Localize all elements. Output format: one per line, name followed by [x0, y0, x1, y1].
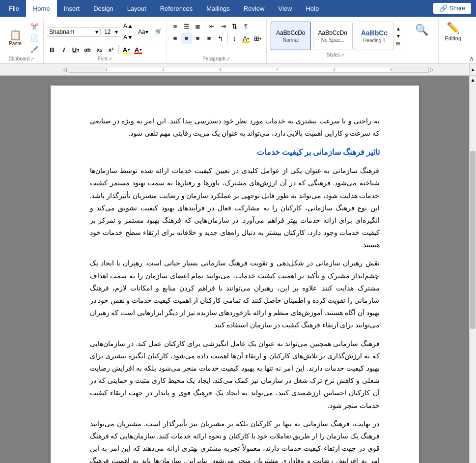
bold-button[interactable]: B: [47, 44, 57, 55]
paste-label: Paste: [9, 41, 22, 46]
subscript-button[interactable]: x₂: [94, 44, 105, 55]
style-nospace-label: No Spac...: [321, 37, 344, 43]
ribbon: 📋 Paste ✂️ 📄 🖌️ Clipboard ⤢ Shabnam▾ 12▾: [0, 17, 476, 64]
document-page[interactable]: به راحتی و با سرعت بیشتری به خدمات مورد …: [51, 86, 419, 463]
bullet-list-button[interactable]: ≡: [170, 21, 181, 31]
para-2: نقش رهبران سازمانی در شکل‌دهی و تقویت فر…: [90, 257, 380, 331]
section-heading: تاثیر فرهنگ سازمانی بر کیفیت خدمات: [90, 145, 380, 160]
clipboard-group: 📋 Paste ✂️ 📄 🖌️ Clipboard ⤢: [0, 19, 44, 63]
search-group: 🔍: [405, 19, 439, 63]
increase-indent-button[interactable]: ⇥: [218, 21, 229, 31]
italic-button[interactable]: I: [58, 44, 69, 55]
styles-scroll[interactable]: ▲ ▼ ⊞: [396, 26, 401, 46]
copy-button[interactable]: 📄: [28, 32, 40, 43]
change-case-button[interactable]: Aa▾: [136, 27, 150, 37]
ribbon-collapse-button[interactable]: ∧: [467, 19, 476, 63]
tab-help[interactable]: Help: [299, 0, 326, 17]
tab-file[interactable]: File: [2, 0, 26, 17]
font-color-button[interactable]: A ▾: [133, 44, 143, 55]
clipboard-label: Clipboard ⤢: [3, 55, 40, 62]
styles-group: AaBbCcDo Normal AaBbCcDo No Spac... AaBb…: [267, 19, 406, 63]
multilevel-list-button[interactable]: ≣: [193, 21, 203, 31]
document-canvas: به راحتی و با سرعت بیشتری به خدمات مورد …: [0, 76, 469, 463]
align-left-button[interactable]: ≡: [170, 33, 181, 44]
tab-view[interactable]: View: [271, 0, 299, 17]
paste-button[interactable]: 📋 Paste: [3, 28, 28, 48]
font-format-row: B I U▾ ab x₂ x² A ▾ A ▾: [47, 44, 143, 55]
style-normal-preview: AaBbCcDo: [276, 29, 305, 36]
style-nospace-preview: AaBbCcDo: [318, 29, 347, 36]
font-label: Font ⤢: [47, 55, 164, 62]
divider-2: [205, 22, 205, 30]
vertical-scrollbar[interactable]: ▲ ▼: [469, 76, 476, 463]
tab-design[interactable]: Design: [86, 0, 120, 17]
tab-layout[interactable]: Layout: [120, 0, 153, 17]
para-row-2: ≡ ≡ ≡ ≡ ↰ ↕ A ▾ ⊞▾: [170, 33, 263, 44]
scroll-up-button[interactable]: ▲: [469, 76, 476, 84]
rtl-button[interactable]: ↰: [215, 33, 226, 44]
tab-mailings[interactable]: Mailings: [199, 0, 237, 17]
tab-home[interactable]: Home: [26, 0, 57, 17]
editing-icon: ✏️: [447, 22, 460, 34]
ruler-track: 1 2 3 4 5 6: [69, 67, 429, 73]
tab-review[interactable]: Review: [237, 0, 272, 17]
style-nospace[interactable]: AaBbCcDo No Spac...: [313, 22, 353, 50]
paragraph-group: ≡ ☰ ≣ ⇤ ⇥ ⇅ ¶ ≡ ≡ ≡ ≡ ↰ ↕ A ▾: [167, 19, 267, 63]
highlight-button[interactable]: A ▾: [121, 44, 132, 55]
line-spacing-button[interactable]: ↕: [229, 33, 240, 44]
editing-group[interactable]: ✏️ Editing: [439, 19, 467, 63]
search-icon: 🔍: [415, 24, 428, 36]
underline-button[interactable]: U▾: [70, 44, 81, 55]
justify-button[interactable]: ≡: [204, 33, 215, 44]
align-right-button[interactable]: ≡: [193, 33, 203, 44]
font-group: Shabnam▾ 12▾ A▲ A▼ Aa▾ 🚿 B I U▾ ab: [44, 19, 167, 63]
font-shrink-button[interactable]: A▼: [121, 32, 135, 43]
clear-format-button[interactable]: 🚿: [151, 27, 164, 37]
ruler-scrollbar[interactable]: ▲: [469, 64, 476, 75]
para-intro: به راحتی و با سرعت بیشتری به خدمات مورد …: [90, 115, 380, 140]
strikethrough-button[interactable]: ab: [82, 44, 93, 55]
ruler: ◁ 1 2 3 4 5 6 ▷ ▲: [0, 64, 476, 76]
tab-insert[interactable]: Insert: [57, 0, 87, 17]
divider-1: [118, 45, 119, 54]
style-heading1[interactable]: AaBbCc Heading 1: [355, 22, 394, 50]
editing-label: Editing: [445, 35, 461, 41]
para-3: فرهنگ سازمانی همچنین می‌تواند به عنوان ی…: [90, 338, 380, 412]
shading-button[interactable]: A ▾: [241, 33, 252, 44]
font-content: Shabnam▾ 12▾ A▲ A▼ Aa▾ 🚿 B I U▾ ab: [47, 21, 164, 55]
para-1: فرهنگ سازمانی به عنوان یکی از عوامل کلید…: [90, 165, 380, 251]
decrease-indent-button[interactable]: ⇤: [207, 21, 218, 31]
style-heading1-preview: AaBbCc: [361, 29, 388, 37]
font-name-row: Shabnam▾ 12▾ A▲ A▼ Aa▾ 🚿: [47, 21, 164, 43]
format-painter-button[interactable]: 🖌️: [28, 44, 40, 55]
style-normal-label: Normal: [283, 37, 299, 43]
find-button[interactable]: 🔍: [410, 22, 433, 38]
tab-references[interactable]: References: [153, 0, 199, 17]
show-marks-button[interactable]: ¶: [241, 21, 252, 31]
paragraph-content: ≡ ☰ ≣ ⇤ ⇥ ⇅ ¶ ≡ ≡ ≡ ≡ ↰ ↕ A ▾: [170, 21, 263, 55]
font-size-selector[interactable]: 12▾: [102, 27, 120, 37]
cut-button[interactable]: ✂️: [28, 21, 40, 32]
style-normal[interactable]: AaBbCcDo Normal: [271, 22, 310, 50]
share-button[interactable]: 🔗 Share: [433, 3, 471, 14]
para-4: در نهایت، فرهنگ سازمانی نه تنها بر کارکن…: [90, 418, 380, 463]
para-row-1: ≡ ☰ ≣ ⇤ ⇥ ⇅ ¶: [170, 21, 252, 31]
paste-icon: 📋: [9, 30, 22, 40]
font-name-selector[interactable]: Shabnam▾: [47, 27, 101, 37]
font-grow-button[interactable]: A▲: [121, 21, 135, 31]
align-center-button[interactable]: ≡: [181, 33, 192, 44]
superscript-button[interactable]: x²: [106, 44, 116, 55]
document-area: به راحتی و با سرعت بیشتری به خدمات مورد …: [0, 76, 476, 463]
divider-3: [227, 34, 228, 43]
ribbon-tab-bar: File Home Insert Design Layout Reference…: [0, 0, 476, 17]
scroll-thumb[interactable]: [470, 151, 476, 329]
border-button[interactable]: ⊞▾: [252, 33, 263, 44]
paragraph-label: Paragraph ⤢: [170, 55, 263, 62]
style-heading1-label: Heading 1: [363, 38, 386, 43]
sort-button[interactable]: ⇅: [229, 21, 240, 31]
clipboard-content: 📋 Paste ✂️ 📄 🖌️: [3, 21, 40, 55]
styles-label: Styles ⤢: [270, 51, 402, 58]
styles-content: AaBbCcDo Normal AaBbCcDo No Spac... AaBb…: [271, 21, 401, 51]
numbered-list-button[interactable]: ☰: [181, 21, 192, 31]
